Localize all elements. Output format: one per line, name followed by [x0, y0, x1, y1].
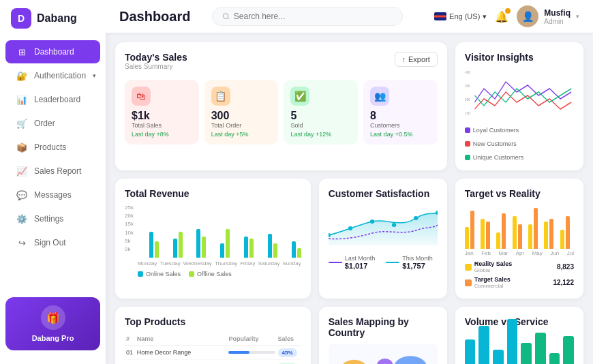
- sidebar-item-authentication[interactable]: 🔐 Authentication ▾: [5, 64, 100, 87]
- revenue-bar-group: [185, 229, 207, 258]
- target-bar-group: [465, 211, 478, 249]
- sidebar-pro-card[interactable]: 🎁 Dabang Pro: [5, 297, 100, 350]
- sidebar-logo: D Dabang: [0, 8, 106, 40]
- offline-bar: [249, 239, 254, 258]
- sidebar-item-messages[interactable]: 💬 Messages: [5, 183, 100, 207]
- target-legend-sublabel: Global: [474, 267, 513, 273]
- sidebar-label-dashboard: Dashboard: [34, 47, 74, 57]
- metric-icon-total-sales: 🛍: [132, 87, 151, 106]
- sidebar-item-products[interactable]: 📦 Products: [5, 136, 100, 159]
- products-table-head: #NamePopularitySales: [125, 333, 301, 346]
- sidebar-item-sign-out[interactable]: ↪ Sign Out: [5, 231, 100, 254]
- metric-change-sold: Last day +12%: [290, 131, 351, 138]
- sales-metrics: 🛍 $1k Total Sales Last day +8% 📋 300 Tot…: [125, 80, 438, 145]
- search-input[interactable]: [234, 12, 393, 21]
- export-button[interactable]: ↑ Export: [395, 52, 438, 67]
- metric-change-total-order: Last day +5%: [211, 131, 272, 138]
- sales-card-title: Today's Sales: [125, 52, 187, 63]
- export-icon: ↑: [402, 55, 406, 63]
- products-col-header: Name: [136, 333, 228, 346]
- revenue-legend: Online SalesOffline Sales: [138, 271, 301, 277]
- search-bar[interactable]: [212, 7, 403, 26]
- target-legend-dot: [465, 264, 472, 271]
- metric-icon-sold: ✅: [290, 87, 309, 106]
- main-area: Dashboard Eng (US) ▾ 🔔 👤 Musfiq Admin: [106, 0, 593, 364]
- revenue-legend-item: Online Sales: [138, 271, 181, 277]
- reality-bar: [560, 230, 564, 249]
- target-bar: [486, 222, 490, 249]
- sales-badge: 45%: [278, 348, 297, 357]
- metric-sold: ✅ 5 Sold Last day +12%: [284, 80, 358, 145]
- notification-button[interactable]: 🔔: [495, 10, 508, 23]
- visitor-legend-item: New Customers: [465, 140, 517, 147]
- search-icon: [222, 12, 230, 20]
- online-bar: [149, 232, 153, 258]
- top-products-card: Top Products #NamePopularitySales 01 Hom…: [115, 307, 311, 364]
- satisfaction-chart: [329, 204, 438, 252]
- svg-point-9: [392, 223, 396, 227]
- offline-bar: [202, 237, 206, 258]
- revenue-day-label: Thursday: [215, 260, 237, 267]
- revenue-day-label: Saturday: [258, 260, 279, 267]
- metric-value-total-sales: $1k: [132, 110, 192, 122]
- target-bar-group: [496, 213, 510, 249]
- visitor-legend-item: Loyal Customers: [465, 127, 519, 134]
- satisfaction-footer: Last Month $1,017 This Month $1,757: [329, 255, 438, 270]
- target-vs-reality-card: Target vs Reality JanFebMarAprMayJunJul …: [455, 179, 583, 299]
- sidebar-item-settings[interactable]: ⚙️ Settings: [5, 207, 100, 230]
- svg-text:100: 100: [465, 110, 470, 115]
- svg-point-16: [394, 356, 427, 364]
- language-label: Eng (US): [449, 12, 480, 20]
- popularity-bar: [228, 351, 275, 354]
- this-month-value: $1,757: [402, 262, 433, 270]
- target-bar: [502, 213, 506, 249]
- sidebar-item-leaderboard[interactable]: 📊 Leaderboard: [5, 88, 100, 111]
- volume-bar: [549, 353, 560, 364]
- volume-bar: [493, 350, 504, 364]
- sidebar-item-order[interactable]: 🛒 Order: [5, 112, 100, 135]
- revenue-bar-group: [162, 232, 183, 258]
- sidebar-item-sales-report[interactable]: 📈 Sales Report: [5, 160, 100, 183]
- metric-total-sales: 🛍 $1k Total Sales Last day +8%: [125, 80, 199, 145]
- content-grid: Today's Sales Sales Summary ↑ Export 🛍 $…: [106, 33, 593, 364]
- revenue-day-label: Friday: [240, 260, 255, 267]
- target-bar-chart: [465, 204, 574, 249]
- products-icon: 📦: [16, 142, 27, 153]
- target-bar: [566, 216, 570, 249]
- product-name: Home Decor Range: [136, 346, 228, 360]
- sidebar-label-sign-out: Sign Out: [34, 238, 66, 247]
- last-month-label: Last Month: [345, 255, 376, 262]
- offline-bar: [155, 241, 159, 258]
- target-legend-value: 8,823: [557, 263, 574, 271]
- products-col-header: Popularity: [227, 333, 276, 346]
- user-profile[interactable]: 👤 Musfiq Admin ▾: [517, 5, 579, 27]
- metric-customers: 👥 8 Customers Last day +0.5%: [363, 80, 438, 145]
- table-row: 02 Disney Princess Pink Bag 18 29%: [125, 360, 301, 365]
- table-row: 01 Home Decor Range 45%: [125, 346, 301, 360]
- sales-map-card: Sales Mapping by Country: [319, 307, 447, 364]
- target-legend-label: Reality Sales: [474, 260, 513, 267]
- satisfaction-title: Customer Satisfaction: [329, 188, 438, 199]
- sidebar-item-dashboard[interactable]: ⊞ Dashboard: [5, 40, 100, 63]
- sidebar-label-messages: Messages: [34, 190, 72, 200]
- language-selector[interactable]: Eng (US) ▾: [434, 12, 487, 21]
- volume-bar: [478, 326, 489, 364]
- sign-out-icon: ↪: [16, 237, 27, 248]
- sidebar-label-authentication: Authentication: [34, 71, 86, 80]
- total-revenue-card: Total Revenue 25k 20k 15k 10k 5k 0k: [115, 179, 311, 299]
- product-num: 02: [125, 360, 136, 365]
- target-bar-group: [560, 216, 574, 249]
- product-popularity: [227, 346, 276, 360]
- target-legend-label: Target Sales: [474, 276, 511, 283]
- offline-bar: [226, 229, 230, 258]
- svg-point-7: [348, 226, 352, 230]
- svg-point-0: [223, 14, 228, 18]
- target-bar: [549, 219, 553, 249]
- visitor-chart: 400 300 200 100: [465, 68, 574, 123]
- sidebar-label-products: Products: [34, 142, 66, 152]
- metric-label-customers: Customers: [370, 122, 431, 129]
- sidebar-label-order: Order: [34, 119, 55, 128]
- export-label: Export: [408, 55, 430, 63]
- metric-change-total-sales: Last day +8%: [132, 131, 192, 138]
- legend-dot: [465, 155, 470, 160]
